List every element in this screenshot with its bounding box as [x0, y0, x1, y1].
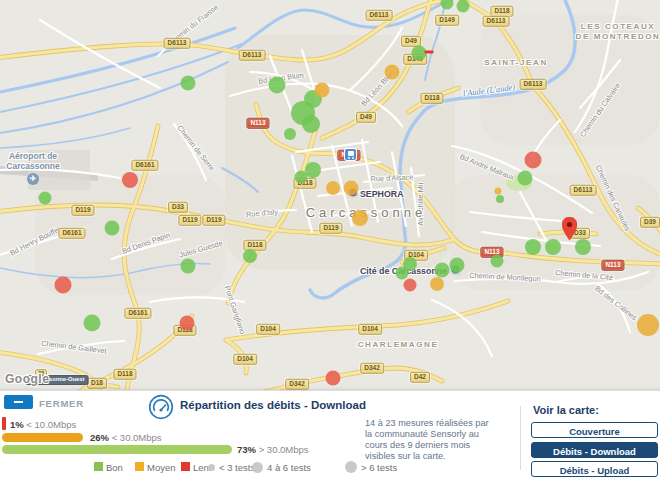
- road-badge: D104: [358, 324, 382, 335]
- speedtest-dot[interactable]: [525, 239, 541, 255]
- speedtest-dot[interactable]: [575, 239, 591, 255]
- speedtest-dot[interactable]: [284, 128, 296, 140]
- minus-icon: [14, 401, 23, 403]
- speedtest-dot[interactable]: [403, 257, 417, 271]
- speedtest-dot[interactable]: [180, 316, 195, 331]
- legend-label-gt6: > 6 tests: [361, 462, 397, 473]
- legend-label-lt3: < 3 tests: [219, 462, 255, 473]
- poi-airport: Aéroport de Carcassonne: [0, 152, 66, 185]
- speedtest-dot[interactable]: [326, 371, 341, 386]
- speedtest-dot[interactable]: [55, 277, 72, 294]
- speedtest-dot[interactable]: [326, 181, 340, 195]
- map-base-art: [0, 0, 660, 390]
- bar-moyen-label: 26% < 30.0Mbps: [90, 432, 162, 443]
- road-badge: D18: [87, 378, 107, 389]
- bar-lent-label: 1% < 10.0Mbps: [10, 419, 76, 430]
- road-badge: D118: [113, 369, 136, 380]
- speedtest-dot[interactable]: [435, 263, 450, 278]
- bar-bon: [2, 445, 232, 454]
- button-debits-download[interactable]: Débits - Download: [531, 442, 658, 458]
- road-badge: D6113: [239, 50, 266, 61]
- bar-moyen: [2, 433, 83, 442]
- speedtest-dot[interactable]: [385, 65, 400, 80]
- legend-swatch-bon: [94, 462, 103, 471]
- road-badge: D119: [319, 223, 342, 234]
- map-pin-icon[interactable]: [562, 217, 577, 244]
- road-badge: D6113: [520, 79, 547, 90]
- speedtest-dot[interactable]: [430, 277, 444, 291]
- map-canvas[interactable]: Chemin du FraisseChemin de SerreBd Léon …: [0, 0, 660, 390]
- panel-title: Répartition des débits - Download: [180, 399, 366, 411]
- legend-label-4to6: 4 à 6 tests: [267, 462, 311, 473]
- speedtest-dot[interactable]: [84, 315, 101, 332]
- speedtest-dot[interactable]: [122, 172, 138, 188]
- road-badge: D6113: [366, 10, 393, 21]
- google-logo: Google: [5, 372, 49, 386]
- speedtest-dot[interactable]: [352, 210, 368, 226]
- measurement-note: 14 à 23 mesures réalisées par la communa…: [365, 418, 493, 462]
- road-badge: D104: [256, 324, 280, 335]
- speedometer-icon: [148, 394, 174, 424]
- road-badge: D104: [233, 354, 257, 365]
- road-badge: D39: [640, 217, 660, 228]
- sidebar-title: Voir la carte:: [533, 404, 599, 416]
- sensorly-speed-map-app: Chemin du FraisseChemin de SerreBd Léon …: [0, 0, 660, 490]
- bar-bon-label: 73% > 30.0Mbps: [237, 444, 309, 455]
- road-badge: D119: [71, 205, 94, 216]
- legend-panel: FERMER Répartition des débits - Download…: [0, 390, 660, 490]
- road-badge: D42: [410, 372, 430, 383]
- legend-swatch-lent: [181, 462, 190, 471]
- legend-label-moyen: Moyen: [147, 462, 176, 473]
- road-badge: D6161: [124, 308, 151, 319]
- speedtest-dot[interactable]: [637, 314, 659, 336]
- road-badge: D49: [356, 112, 376, 123]
- street-label: SAINT-JEAN: [484, 58, 548, 67]
- street-label: DE MONTREDON: [576, 32, 660, 41]
- speedtest-dot[interactable]: [450, 258, 465, 273]
- road-badge: D6113: [483, 16, 510, 27]
- bar-lent: [2, 417, 6, 430]
- road-badge: D6161: [58, 228, 85, 239]
- legend-swatch-moyen: [135, 462, 144, 471]
- collapse-panel-label[interactable]: FERMER: [39, 398, 84, 409]
- speedtest-dot[interactable]: [181, 259, 196, 274]
- speedtest-dot[interactable]: [545, 239, 561, 255]
- road-badge: D119: [202, 215, 225, 226]
- speedtest-dot[interactable]: [344, 181, 359, 196]
- road-badge: D119: [178, 215, 201, 226]
- street-label: CHARLEMAGNE: [358, 340, 439, 349]
- speedtest-dot[interactable]: [457, 0, 470, 13]
- speedtest-dot[interactable]: [181, 76, 196, 91]
- road-badge: D6113: [570, 185, 597, 196]
- speedtest-dot[interactable]: [39, 192, 52, 205]
- speedtest-dot[interactable]: [518, 171, 533, 186]
- road-badge: N113: [246, 118, 269, 129]
- legend-circle-medium: [252, 462, 263, 473]
- legend-circle-small: [208, 464, 215, 471]
- road-badge: N113: [601, 260, 624, 271]
- speedtest-dot[interactable]: [525, 152, 542, 169]
- speedtest-dot[interactable]: [269, 77, 286, 94]
- road-badge: D342: [285, 379, 309, 390]
- panel-divider: [520, 406, 521, 470]
- speedtest-dot[interactable]: [295, 171, 308, 184]
- speedtest-dot[interactable]: [495, 188, 502, 195]
- train-station-icon: [345, 149, 356, 160]
- speedtest-dot[interactable]: [404, 279, 417, 292]
- airplane-icon: [27, 173, 39, 185]
- speedtest-dot[interactable]: [496, 195, 504, 203]
- speedtest-dot[interactable]: [243, 249, 257, 263]
- road-badge: D149: [435, 15, 459, 26]
- speedtest-dot[interactable]: [315, 83, 330, 98]
- speedtest-dash-marker[interactable]: [425, 51, 434, 54]
- speedtest-dot[interactable]: [302, 115, 320, 133]
- speedtest-dot[interactable]: [105, 221, 120, 236]
- speedtest-dot[interactable]: [491, 255, 504, 268]
- road-badge: D33: [168, 202, 188, 213]
- road-badge: D342: [360, 363, 384, 374]
- legend-label-bon: Bon: [106, 462, 123, 473]
- button-debits-upload[interactable]: Débits - Upload: [531, 461, 658, 477]
- button-couverture[interactable]: Couverture: [531, 422, 658, 438]
- collapse-panel-button[interactable]: [4, 395, 33, 409]
- road-badge: D118: [420, 93, 443, 104]
